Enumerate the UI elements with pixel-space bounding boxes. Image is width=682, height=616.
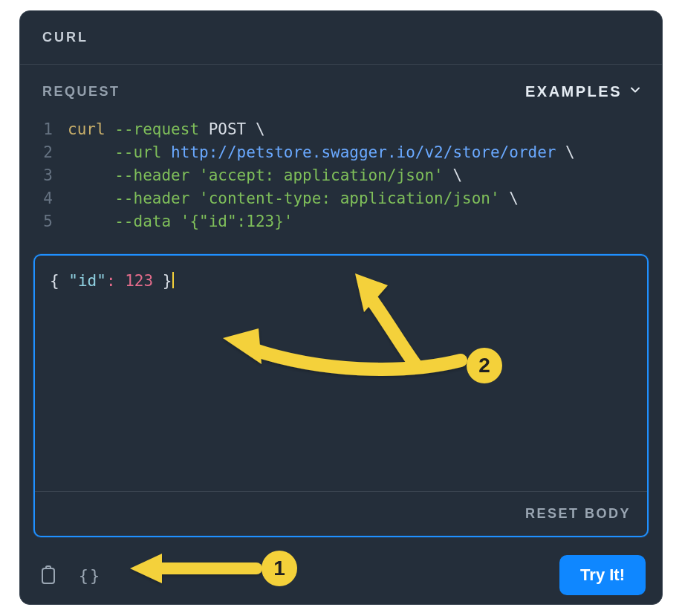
examples-dropdown[interactable]: EXAMPLES — [525, 82, 643, 101]
line-number: 5 — [20, 210, 68, 233]
copy-icon[interactable] — [36, 563, 60, 587]
request-subheader: REQUEST EXAMPLES — [20, 65, 662, 118]
body-editor[interactable]: { "id": 123 } — [35, 256, 647, 491]
svg-rect-0 — [42, 568, 54, 583]
line-number: 2 — [20, 141, 68, 164]
language-selector-header[interactable]: CURL — [20, 11, 662, 65]
chevron-down-icon — [628, 82, 643, 101]
body-editor-footer: RESET BODY — [35, 491, 647, 536]
code-line: 4 --header 'content-type: application/js… — [20, 187, 662, 210]
bottom-toolbar: {} Try It! — [20, 546, 662, 604]
body-editor-container: { "id": 123 } RESET BODY — [33, 254, 649, 537]
line-number: 3 — [20, 164, 68, 187]
line-number: 1 — [20, 118, 68, 141]
language-label: CURL — [42, 30, 88, 45]
text-caret — [172, 272, 174, 288]
code-line: 5 --data '{"id":123}' — [20, 210, 662, 233]
code-snippet: 1 curl --request POST \ 2 --url http://p… — [20, 118, 662, 254]
api-explorer-panel: CURL REQUEST EXAMPLES 1 curl --request P… — [19, 10, 663, 605]
line-number: 4 — [20, 187, 68, 210]
body-toggle-icon[interactable]: {} — [78, 563, 102, 587]
code-line: 1 curl --request POST \ — [20, 118, 662, 141]
examples-label: EXAMPLES — [525, 83, 622, 100]
request-label: REQUEST — [42, 84, 120, 100]
code-line: 3 --header 'accept: application/json' \ — [20, 164, 662, 187]
reset-body-button[interactable]: RESET BODY — [525, 506, 631, 522]
code-line: 2 --url http://petstore.swagger.io/v2/st… — [20, 141, 662, 164]
chevron-down-icon — [623, 28, 640, 48]
try-it-button[interactable]: Try It! — [559, 555, 646, 595]
